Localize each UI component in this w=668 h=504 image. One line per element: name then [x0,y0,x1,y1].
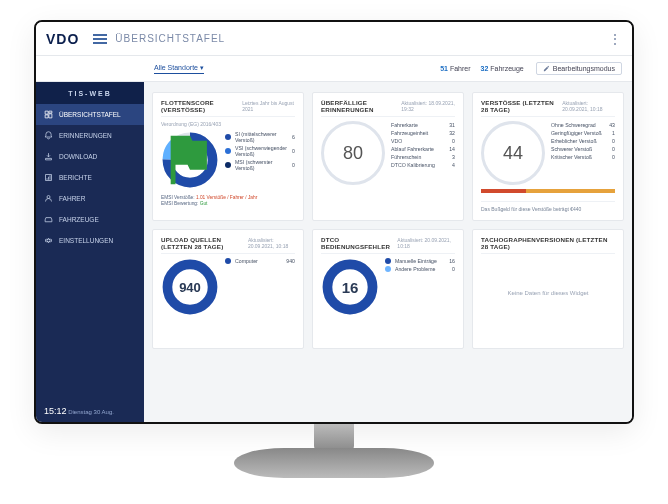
legend-row: SI (mittelschwerer Verstoß)6 [225,131,295,143]
list-row: Geringfügiger Verstoß1 [551,129,615,137]
list-row: Erheblicher Verstoß0 [551,137,615,145]
dtco-donut: 16 [321,258,379,316]
sidebar-item-download[interactable]: DOWNLOAD [36,146,144,167]
sidebar-item-settings[interactable]: EINSTELLUNGEN [36,230,144,251]
card-title: ÜBERFÄLLIGE ERINNERUNGEN [321,99,401,113]
card-title: UPLOAD QUELLEN (LETZTEN 28 TAGE) [161,236,248,250]
card-title: VERSTÖSSE (LETZTEN 28 TAGE) [481,99,562,113]
settings-icon [44,236,53,245]
sidebar-item-vehicles[interactable]: FAHRZEUGE [36,209,144,230]
list-row: Fahrerkarte31 [391,121,455,129]
card-title: DTCO BEDIENUNGSFEHLER [321,236,397,250]
dashboard-content: FLOTTENSCORE (VERSTÖSSE) Letztes Jahr bi… [144,82,632,422]
overdue-list: Fahrerkarte31Fahrzeugeinheit32VDO0Ablauf… [391,121,455,185]
card-subtitle: Letztes Jahr bis August 2021 [242,100,295,112]
dashboard-icon [44,110,53,119]
fine-message: Das Bußgeld für diese Verstöße beträgt €… [481,201,615,212]
list-row: Schwerer Verstoß0 [551,145,615,153]
menu-toggle-icon[interactable] [93,34,107,44]
dtco-legend: Manuelle Einträge16Andere Probleme0 [385,258,455,316]
vehicles-icon [44,215,53,224]
card-violations: VERSTÖSSE (LETZTEN 28 TAGE) Aktualisiert… [472,92,624,221]
severity-bar [481,189,615,193]
upload-donut: 940 [161,258,219,316]
overdue-total: 80 [321,121,385,185]
download-icon [44,152,53,161]
legend-row: Manuelle Einträge16 [385,258,455,264]
card-updated: Aktualisiert: 18.09.2021, 19:32 [401,100,455,112]
legend-row: Andere Probleme0 [385,266,455,272]
sidebar-item-label: ÜBERSICHTSTAFEL [59,111,121,118]
sidebar-item-dashboard[interactable]: ÜBERSICHTSTAFEL [36,104,144,125]
reminders-icon [44,131,53,140]
sidebar-item-label: FAHRZEUGE [59,216,99,223]
violations-list: Ohne Schweregrad43Geringfügiger Verstoß1… [551,121,615,185]
sidebar-item-label: DOWNLOAD [59,153,97,160]
page-title: ÜBERSICHTSTAFEL [115,33,225,44]
sidebar-item-drivers[interactable]: FAHRER [36,188,144,209]
card-dtco: DTCO BEDIENUNGSFEHLER Aktualisiert: 20.0… [312,229,464,349]
card-upload: UPLOAD QUELLEN (LETZTEN 28 TAGE) Aktuali… [152,229,304,349]
sidebar-product: TIS-WEB [36,82,144,104]
regulation-label: Verordnung (EG) 2016/403 [161,121,295,127]
topbar: VDO ÜBERSICHTSTAFEL ⋮ [36,22,632,56]
card-updated: Aktualisiert: 20.09.2021, 10:18 [248,237,295,249]
score-legend: SI (mittelschwerer Verstoß)6VSI (schwerw… [225,131,295,189]
monitor-stand-base [234,448,434,478]
list-row: Kritischer Verstoß0 [551,153,615,161]
monitor-frame: VDO ÜBERSICHTSTAFEL ⋮ Alle Standorte 51 … [34,20,634,424]
sidebar-item-reports[interactable]: BERICHTE [36,167,144,188]
list-row: VDO0 [391,137,455,145]
filter-bar: Alle Standorte 51 Fahrer 32 Fahrzeuge Be… [36,56,632,82]
violations-total: 44 [481,121,545,185]
upload-legend: Computer940 [225,258,295,316]
list-row: Führerschein3 [391,153,455,161]
stat-drivers[interactable]: 51 Fahrer [440,65,470,72]
drivers-icon [44,194,53,203]
sidebar-item-label: ERINNERUNGEN [59,132,112,139]
stat-vehicles[interactable]: 32 Fahrzeuge [481,65,524,72]
card-flottenscore: FLOTTENSCORE (VERSTÖSSE) Letztes Jahr bi… [152,92,304,221]
card-title: FLOTTENSCORE (VERSTÖSSE) [161,99,242,113]
flag-icon [161,131,219,189]
card-updated: Aktualisiert: 20.09.2021, 10:18 [562,100,615,112]
more-menu-icon[interactable]: ⋮ [608,31,622,47]
card-tacho: TACHOGRAPHENVERSIONEN (LETZTEN 28 TAGE) … [472,229,624,349]
legend-row: VSI (schwerwiegender Verstoß)0 [225,145,295,157]
card-overdue: ÜBERFÄLLIGE ERINNERUNGEN Aktualisiert: 1… [312,92,464,221]
list-row: Ablauf Fahrerkarte14 [391,145,455,153]
score-donut [161,131,219,189]
location-filter[interactable]: Alle Standorte [154,64,204,74]
list-row: Fahrzeugeinheit32 [391,129,455,137]
legend-row: Computer940 [225,258,295,264]
edit-mode-button[interactable]: Bearbeitungsmodus [536,62,622,75]
score-footnote: EMSI Verstöße: 1.01 Verstöße / Fahrer / … [161,195,295,207]
reports-icon [44,173,53,182]
sidebar-item-label: FAHRER [59,195,85,202]
card-updated: Aktualisiert: 20.09.2021, 10:18 [397,237,455,249]
sidebar-item-reminders[interactable]: ERINNERUNGEN [36,125,144,146]
pencil-icon [543,65,550,72]
empty-message: Keine Daten für dieses Widget [481,258,615,296]
brand-logo: VDO [46,31,79,47]
sidebar: TIS-WEB ÜBERSICHTSTAFELERINNERUNGENDOWNL… [36,82,144,422]
list-row: DTCO Kalibrierung4 [391,161,455,169]
sidebar-clock: 15:12 Dienstag 30 Aug. [36,400,144,422]
legend-row: MSI (schwerster Verstoß)0 [225,159,295,171]
card-title: TACHOGRAPHENVERSIONEN (LETZTEN 28 TAGE) [481,236,615,250]
list-row: Ohne Schweregrad43 [551,121,615,129]
sidebar-item-label: EINSTELLUNGEN [59,237,113,244]
sidebar-item-label: BERICHTE [59,174,92,181]
